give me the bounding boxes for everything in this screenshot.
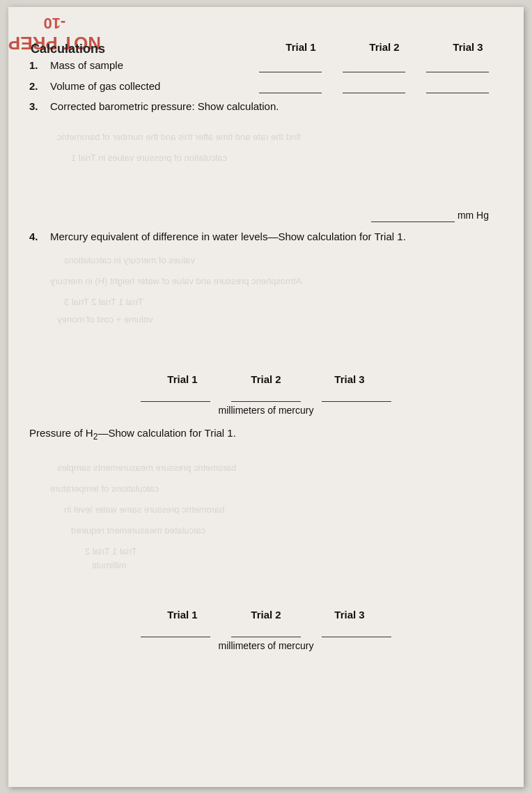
pressure-h2-calc-area[interactable]: barometric pressure measurements samples…	[29, 442, 503, 595]
q4-calc-area[interactable]: values of mercury in calculations Atmosp…	[29, 248, 503, 332]
bottom-trial1-line[interactable]	[141, 623, 210, 637]
q1-text: Mass of sample	[50, 59, 259, 72]
q1-trial1-line[interactable]	[259, 59, 322, 72]
q2-number: 2.	[29, 80, 46, 93]
ghost-11: Trial 1 Trial 2	[85, 546, 137, 556]
mid-trial3-line[interactable]	[322, 388, 391, 402]
ghost-3: values of mercury in calculations	[64, 255, 195, 265]
ghost-1: find the rate and time after this and th…	[57, 132, 301, 142]
mid-trial-headers: Trial 1 Trial 2 Trial 3	[29, 373, 503, 385]
q4-text: Mercury equivalent of difference in wate…	[50, 231, 406, 242]
bottom-trial-headers: Trial 1 Trial 2 Trial 3	[29, 609, 503, 621]
trial-3-header: Trial 3	[447, 41, 489, 53]
question-1-row: 1. Mass of sample	[29, 59, 503, 72]
page-title: Calculations	[31, 42, 105, 56]
mid-trial1-line[interactable]	[141, 388, 210, 402]
question-3-row: 3. Corrected barometric pressure: Show c…	[29, 100, 503, 114]
q3-mmhg-label: mm Hg	[457, 210, 489, 222]
question-4-row: 4. Mercury equivalent of difference in w…	[29, 231, 503, 244]
mid-trial-1: Trial 1	[162, 373, 203, 385]
q3-number: 3.	[29, 100, 46, 114]
bottom-section: Trial 1 Trial 2 Trial 3 millimeters of m…	[29, 609, 503, 651]
q1-answer-lines	[259, 59, 503, 72]
trial-2-header: Trial 2	[363, 41, 405, 53]
ghost-4: Atmospheric pressure and value of water …	[50, 276, 302, 286]
pressure-h2-row: Pressure of H2—Show calculation for Tria…	[29, 427, 503, 442]
ghost-10: calculated measurement required	[71, 525, 205, 536]
ghost-9: barometric pressure same water level in	[64, 504, 224, 515]
mid-trial2-line[interactable]	[231, 388, 301, 402]
ghost-5: Trial 1 Trial 2 Trial 3	[64, 297, 143, 307]
q1-trial2-line[interactable]	[343, 59, 405, 72]
bottom-trial-2: Trial 2	[245, 609, 287, 621]
question-2-row: 2. Volume of gas collected	[29, 79, 503, 93]
q3-mmhg-line[interactable]	[371, 208, 455, 222]
mid-answer-lines	[29, 388, 503, 402]
q2-answer-lines	[259, 79, 503, 93]
ghost-6: volume + cost of money	[57, 314, 153, 325]
bottom-trial2-line[interactable]	[231, 623, 301, 637]
ghost-8: calculations of temperature	[50, 483, 159, 494]
q3-calc-area[interactable]: find the rate and time after this and th…	[29, 118, 503, 201]
mid-unit-label: millimeters of mercury	[29, 405, 503, 416]
ghost-7: barometric pressure measurements samples	[57, 462, 236, 473]
q1-number: 1.	[29, 59, 46, 72]
q3-mmhg-row: mm Hg	[29, 208, 503, 222]
q4-number: 4.	[29, 231, 46, 244]
mid-trial-3: Trial 3	[329, 373, 370, 385]
q1-trial3-line[interactable]	[426, 59, 489, 72]
bottom-trial-3: Trial 3	[329, 609, 370, 621]
pressure-h2-text: Pressure of H2—Show calculation for Tria…	[29, 427, 236, 439]
trial-1-header: Trial 1	[280, 41, 322, 53]
bottom-trial3-line[interactable]	[322, 623, 391, 637]
mid-trial-2: Trial 2	[245, 373, 287, 385]
q2-trial1-line[interactable]	[259, 79, 322, 93]
bottom-trial-1: Trial 1	[162, 609, 203, 621]
bottom-answer-lines	[29, 623, 503, 637]
mid-section: Trial 1 Trial 2 Trial 3 millimeters of m…	[29, 373, 503, 416]
ghost-2: calculation of pressure values in Trial …	[71, 153, 227, 163]
bottom-unit-label: millimeters of mercury	[29, 640, 503, 651]
q2-trial2-line[interactable]	[343, 79, 405, 93]
q2-trial3-line[interactable]	[426, 79, 489, 93]
q3-text: Corrected barometric pressure: Show calc…	[50, 100, 279, 112]
q2-text: Volume of gas collected	[50, 80, 259, 93]
ghost-12: millimulti	[92, 560, 127, 570]
